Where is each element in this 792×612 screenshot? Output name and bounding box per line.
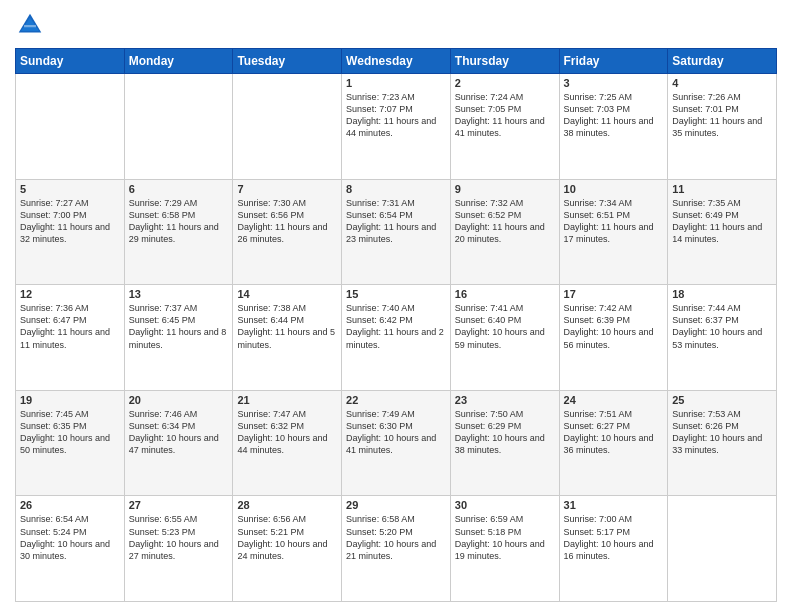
day-number: 1 bbox=[346, 77, 446, 89]
calendar-cell bbox=[668, 496, 777, 602]
cell-content: Sunrise: 7:26 AM Sunset: 7:01 PM Dayligh… bbox=[672, 91, 772, 140]
calendar-cell: 17Sunrise: 7:42 AM Sunset: 6:39 PM Dayli… bbox=[559, 285, 668, 391]
day-number: 12 bbox=[20, 288, 120, 300]
day-number: 11 bbox=[672, 183, 772, 195]
calendar-cell bbox=[233, 74, 342, 180]
cell-content: Sunrise: 7:40 AM Sunset: 6:42 PM Dayligh… bbox=[346, 302, 446, 351]
cell-content: Sunrise: 7:34 AM Sunset: 6:51 PM Dayligh… bbox=[564, 197, 664, 246]
day-number: 16 bbox=[455, 288, 555, 300]
day-number: 17 bbox=[564, 288, 664, 300]
cell-content: Sunrise: 7:00 AM Sunset: 5:17 PM Dayligh… bbox=[564, 513, 664, 562]
cell-content: Sunrise: 7:44 AM Sunset: 6:37 PM Dayligh… bbox=[672, 302, 772, 351]
cell-content: Sunrise: 7:38 AM Sunset: 6:44 PM Dayligh… bbox=[237, 302, 337, 351]
day-number: 8 bbox=[346, 183, 446, 195]
calendar-cell: 6Sunrise: 7:29 AM Sunset: 6:58 PM Daylig… bbox=[124, 179, 233, 285]
day-number: 13 bbox=[129, 288, 229, 300]
day-header-wednesday: Wednesday bbox=[342, 49, 451, 74]
day-number: 2 bbox=[455, 77, 555, 89]
day-number: 4 bbox=[672, 77, 772, 89]
calendar-cell: 28Sunrise: 6:56 AM Sunset: 5:21 PM Dayli… bbox=[233, 496, 342, 602]
day-number: 23 bbox=[455, 394, 555, 406]
cell-content: Sunrise: 7:23 AM Sunset: 7:07 PM Dayligh… bbox=[346, 91, 446, 140]
week-row-1: 5Sunrise: 7:27 AM Sunset: 7:00 PM Daylig… bbox=[16, 179, 777, 285]
calendar-cell: 8Sunrise: 7:31 AM Sunset: 6:54 PM Daylig… bbox=[342, 179, 451, 285]
svg-rect-2 bbox=[24, 25, 36, 27]
day-number: 29 bbox=[346, 499, 446, 511]
week-row-2: 12Sunrise: 7:36 AM Sunset: 6:47 PM Dayli… bbox=[16, 285, 777, 391]
day-number: 26 bbox=[20, 499, 120, 511]
cell-content: Sunrise: 7:49 AM Sunset: 6:30 PM Dayligh… bbox=[346, 408, 446, 457]
cell-content: Sunrise: 7:46 AM Sunset: 6:34 PM Dayligh… bbox=[129, 408, 229, 457]
calendar-cell: 24Sunrise: 7:51 AM Sunset: 6:27 PM Dayli… bbox=[559, 390, 668, 496]
day-number: 9 bbox=[455, 183, 555, 195]
calendar-cell: 21Sunrise: 7:47 AM Sunset: 6:32 PM Dayli… bbox=[233, 390, 342, 496]
calendar-cell: 12Sunrise: 7:36 AM Sunset: 6:47 PM Dayli… bbox=[16, 285, 125, 391]
cell-content: Sunrise: 7:50 AM Sunset: 6:29 PM Dayligh… bbox=[455, 408, 555, 457]
calendar-cell: 22Sunrise: 7:49 AM Sunset: 6:30 PM Dayli… bbox=[342, 390, 451, 496]
calendar-cell: 2Sunrise: 7:24 AM Sunset: 7:05 PM Daylig… bbox=[450, 74, 559, 180]
calendar-cell: 5Sunrise: 7:27 AM Sunset: 7:00 PM Daylig… bbox=[16, 179, 125, 285]
header bbox=[15, 10, 777, 40]
day-number: 21 bbox=[237, 394, 337, 406]
day-header-saturday: Saturday bbox=[668, 49, 777, 74]
cell-content: Sunrise: 7:51 AM Sunset: 6:27 PM Dayligh… bbox=[564, 408, 664, 457]
calendar-cell: 11Sunrise: 7:35 AM Sunset: 6:49 PM Dayli… bbox=[668, 179, 777, 285]
cell-content: Sunrise: 7:47 AM Sunset: 6:32 PM Dayligh… bbox=[237, 408, 337, 457]
calendar-cell: 29Sunrise: 6:58 AM Sunset: 5:20 PM Dayli… bbox=[342, 496, 451, 602]
day-number: 31 bbox=[564, 499, 664, 511]
calendar-cell: 3Sunrise: 7:25 AM Sunset: 7:03 PM Daylig… bbox=[559, 74, 668, 180]
day-number: 5 bbox=[20, 183, 120, 195]
cell-content: Sunrise: 6:56 AM Sunset: 5:21 PM Dayligh… bbox=[237, 513, 337, 562]
cell-content: Sunrise: 7:42 AM Sunset: 6:39 PM Dayligh… bbox=[564, 302, 664, 351]
calendar-cell: 9Sunrise: 7:32 AM Sunset: 6:52 PM Daylig… bbox=[450, 179, 559, 285]
page: SundayMondayTuesdayWednesdayThursdayFrid… bbox=[0, 0, 792, 612]
calendar-cell: 7Sunrise: 7:30 AM Sunset: 6:56 PM Daylig… bbox=[233, 179, 342, 285]
day-number: 14 bbox=[237, 288, 337, 300]
day-number: 19 bbox=[20, 394, 120, 406]
calendar-cell: 19Sunrise: 7:45 AM Sunset: 6:35 PM Dayli… bbox=[16, 390, 125, 496]
day-number: 24 bbox=[564, 394, 664, 406]
day-number: 3 bbox=[564, 77, 664, 89]
day-number: 25 bbox=[672, 394, 772, 406]
day-number: 10 bbox=[564, 183, 664, 195]
calendar-cell: 27Sunrise: 6:55 AM Sunset: 5:23 PM Dayli… bbox=[124, 496, 233, 602]
cell-content: Sunrise: 7:31 AM Sunset: 6:54 PM Dayligh… bbox=[346, 197, 446, 246]
calendar-cell bbox=[16, 74, 125, 180]
cell-content: Sunrise: 7:30 AM Sunset: 6:56 PM Dayligh… bbox=[237, 197, 337, 246]
day-number: 18 bbox=[672, 288, 772, 300]
calendar-cell: 15Sunrise: 7:40 AM Sunset: 6:42 PM Dayli… bbox=[342, 285, 451, 391]
calendar-cell bbox=[124, 74, 233, 180]
cell-content: Sunrise: 7:41 AM Sunset: 6:40 PM Dayligh… bbox=[455, 302, 555, 351]
cell-content: Sunrise: 7:24 AM Sunset: 7:05 PM Dayligh… bbox=[455, 91, 555, 140]
cell-content: Sunrise: 7:37 AM Sunset: 6:45 PM Dayligh… bbox=[129, 302, 229, 351]
day-header-sunday: Sunday bbox=[16, 49, 125, 74]
calendar-cell: 31Sunrise: 7:00 AM Sunset: 5:17 PM Dayli… bbox=[559, 496, 668, 602]
logo bbox=[15, 10, 49, 40]
day-number: 27 bbox=[129, 499, 229, 511]
day-number: 30 bbox=[455, 499, 555, 511]
week-row-0: 1Sunrise: 7:23 AM Sunset: 7:07 PM Daylig… bbox=[16, 74, 777, 180]
day-number: 7 bbox=[237, 183, 337, 195]
day-header-friday: Friday bbox=[559, 49, 668, 74]
calendar-cell: 23Sunrise: 7:50 AM Sunset: 6:29 PM Dayli… bbox=[450, 390, 559, 496]
cell-content: Sunrise: 7:32 AM Sunset: 6:52 PM Dayligh… bbox=[455, 197, 555, 246]
day-number: 28 bbox=[237, 499, 337, 511]
day-header-row: SundayMondayTuesdayWednesdayThursdayFrid… bbox=[16, 49, 777, 74]
cell-content: Sunrise: 7:36 AM Sunset: 6:47 PM Dayligh… bbox=[20, 302, 120, 351]
calendar-cell: 26Sunrise: 6:54 AM Sunset: 5:24 PM Dayli… bbox=[16, 496, 125, 602]
calendar-cell: 10Sunrise: 7:34 AM Sunset: 6:51 PM Dayli… bbox=[559, 179, 668, 285]
day-number: 6 bbox=[129, 183, 229, 195]
day-number: 15 bbox=[346, 288, 446, 300]
calendar-cell: 20Sunrise: 7:46 AM Sunset: 6:34 PM Dayli… bbox=[124, 390, 233, 496]
cell-content: Sunrise: 7:45 AM Sunset: 6:35 PM Dayligh… bbox=[20, 408, 120, 457]
cell-content: Sunrise: 6:55 AM Sunset: 5:23 PM Dayligh… bbox=[129, 513, 229, 562]
cell-content: Sunrise: 6:58 AM Sunset: 5:20 PM Dayligh… bbox=[346, 513, 446, 562]
cell-content: Sunrise: 7:35 AM Sunset: 6:49 PM Dayligh… bbox=[672, 197, 772, 246]
cell-content: Sunrise: 6:54 AM Sunset: 5:24 PM Dayligh… bbox=[20, 513, 120, 562]
cell-content: Sunrise: 7:53 AM Sunset: 6:26 PM Dayligh… bbox=[672, 408, 772, 457]
calendar-cell: 14Sunrise: 7:38 AM Sunset: 6:44 PM Dayli… bbox=[233, 285, 342, 391]
cell-content: Sunrise: 6:59 AM Sunset: 5:18 PM Dayligh… bbox=[455, 513, 555, 562]
cell-content: Sunrise: 7:25 AM Sunset: 7:03 PM Dayligh… bbox=[564, 91, 664, 140]
calendar-cell: 4Sunrise: 7:26 AM Sunset: 7:01 PM Daylig… bbox=[668, 74, 777, 180]
calendar-cell: 1Sunrise: 7:23 AM Sunset: 7:07 PM Daylig… bbox=[342, 74, 451, 180]
